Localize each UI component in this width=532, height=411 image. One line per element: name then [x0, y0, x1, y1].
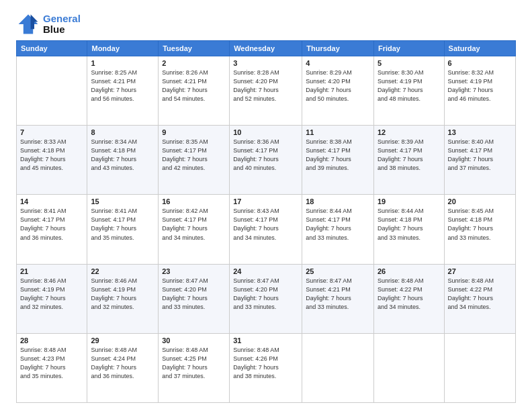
day-info: Sunrise: 8:47 AM Sunset: 4:20 PM Dayligh… [233, 277, 298, 312]
calendar-cell: 23Sunrise: 8:47 AM Sunset: 4:20 PM Dayli… [159, 264, 230, 333]
calendar-cell: 20Sunrise: 8:45 AM Sunset: 4:18 PM Dayli… [444, 195, 515, 264]
day-number: 28 [20, 336, 83, 345]
svg-marker-0 [19, 15, 38, 34]
day-number: 24 [233, 267, 298, 275]
day-number: 30 [162, 336, 226, 345]
calendar-cell: 26Sunrise: 8:48 AM Sunset: 4:22 PM Dayli… [373, 264, 444, 333]
day-info: Sunrise: 8:42 AM Sunset: 4:17 PM Dayligh… [162, 207, 226, 242]
calendar-cell: 6Sunrise: 8:32 AM Sunset: 4:19 PM Daylig… [444, 56, 515, 126]
calendar-cell: 3Sunrise: 8:28 AM Sunset: 4:20 PM Daylig… [230, 56, 302, 126]
calendar-cell: 15Sunrise: 8:41 AM Sunset: 4:17 PM Dayli… [87, 195, 159, 264]
calendar-cell: 31Sunrise: 8:48 AM Sunset: 4:26 PM Dayli… [230, 333, 302, 402]
col-header-thursday: Thursday [302, 41, 374, 56]
calendar-cell: 2Sunrise: 8:26 AM Sunset: 4:21 PM Daylig… [159, 56, 230, 126]
col-header-saturday: Saturday [444, 41, 515, 56]
logo-line2: Blue [43, 24, 81, 36]
day-info: Sunrise: 8:46 AM Sunset: 4:19 PM Dayligh… [20, 277, 83, 312]
col-header-sunday: Sunday [17, 41, 87, 56]
day-number: 19 [378, 197, 441, 205]
day-info: Sunrise: 8:26 AM Sunset: 4:21 PM Dayligh… [162, 68, 226, 103]
calendar-cell: 12Sunrise: 8:39 AM Sunset: 4:17 PM Dayli… [373, 126, 444, 195]
day-info: Sunrise: 8:35 AM Sunset: 4:17 PM Dayligh… [162, 138, 226, 173]
day-info: Sunrise: 8:30 AM Sunset: 4:19 PM Dayligh… [378, 68, 441, 103]
day-number: 21 [20, 267, 83, 275]
day-number: 23 [162, 267, 226, 275]
calendar-cell: 13Sunrise: 8:40 AM Sunset: 4:17 PM Dayli… [444, 126, 515, 195]
calendar-cell: 7Sunrise: 8:33 AM Sunset: 4:18 PM Daylig… [17, 126, 87, 195]
day-number: 5 [378, 59, 441, 67]
calendar-cell: 17Sunrise: 8:43 AM Sunset: 4:17 PM Dayli… [230, 195, 302, 264]
day-info: Sunrise: 8:46 AM Sunset: 4:19 PM Dayligh… [91, 277, 154, 312]
calendar-cell [373, 333, 444, 402]
day-info: Sunrise: 8:41 AM Sunset: 4:17 PM Dayligh… [20, 207, 83, 242]
day-info: Sunrise: 8:25 AM Sunset: 4:21 PM Dayligh… [91, 68, 154, 103]
day-info: Sunrise: 8:47 AM Sunset: 4:21 PM Dayligh… [306, 277, 370, 312]
day-info: Sunrise: 8:47 AM Sunset: 4:20 PM Dayligh… [162, 277, 226, 312]
calendar-cell: 4Sunrise: 8:29 AM Sunset: 4:20 PM Daylig… [302, 56, 374, 126]
day-number: 3 [233, 59, 298, 67]
day-number: 8 [91, 128, 154, 136]
day-info: Sunrise: 8:48 AM Sunset: 4:24 PM Dayligh… [91, 346, 154, 381]
calendar-cell: 25Sunrise: 8:47 AM Sunset: 4:21 PM Dayli… [302, 264, 374, 333]
day-number: 15 [91, 197, 154, 205]
day-info: Sunrise: 8:48 AM Sunset: 4:22 PM Dayligh… [378, 277, 441, 312]
logo-line1: General [43, 13, 81, 25]
col-header-tuesday: Tuesday [159, 41, 230, 56]
day-info: Sunrise: 8:33 AM Sunset: 4:18 PM Dayligh… [20, 138, 83, 173]
calendar-cell: 10Sunrise: 8:36 AM Sunset: 4:17 PM Dayli… [230, 126, 302, 195]
day-info: Sunrise: 8:28 AM Sunset: 4:20 PM Dayligh… [233, 68, 298, 103]
day-number: 10 [233, 128, 298, 136]
page: General Blue SundayMondayTuesdayWednesda… [0, 0, 532, 411]
calendar-cell: 8Sunrise: 8:34 AM Sunset: 4:18 PM Daylig… [87, 126, 159, 195]
day-number: 18 [306, 197, 370, 205]
logo: General Blue [16, 12, 81, 36]
day-info: Sunrise: 8:48 AM Sunset: 4:22 PM Dayligh… [448, 277, 512, 312]
calendar-body: 1Sunrise: 8:25 AM Sunset: 4:21 PM Daylig… [17, 56, 516, 403]
calendar-cell: 18Sunrise: 8:44 AM Sunset: 4:17 PM Dayli… [302, 195, 374, 264]
col-header-friday: Friday [373, 41, 444, 56]
calendar-header: SundayMondayTuesdayWednesdayThursdayFrid… [17, 41, 516, 56]
week-row-5: 28Sunrise: 8:48 AM Sunset: 4:23 PM Dayli… [17, 333, 516, 402]
day-info: Sunrise: 8:34 AM Sunset: 4:18 PM Dayligh… [91, 138, 154, 173]
calendar-cell: 19Sunrise: 8:44 AM Sunset: 4:18 PM Dayli… [373, 195, 444, 264]
day-number: 4 [306, 59, 370, 67]
calendar-cell: 30Sunrise: 8:48 AM Sunset: 4:25 PM Dayli… [159, 333, 230, 402]
calendar-cell: 22Sunrise: 8:46 AM Sunset: 4:19 PM Dayli… [87, 264, 159, 333]
calendar-cell: 21Sunrise: 8:46 AM Sunset: 4:19 PM Dayli… [17, 264, 87, 333]
day-info: Sunrise: 8:43 AM Sunset: 4:17 PM Dayligh… [233, 207, 298, 242]
day-info: Sunrise: 8:44 AM Sunset: 4:18 PM Dayligh… [378, 207, 441, 242]
calendar-cell [444, 333, 515, 402]
calendar-cell: 27Sunrise: 8:48 AM Sunset: 4:22 PM Dayli… [444, 264, 515, 333]
day-info: Sunrise: 8:41 AM Sunset: 4:17 PM Dayligh… [91, 207, 154, 242]
col-header-wednesday: Wednesday [230, 41, 302, 56]
day-info: Sunrise: 8:45 AM Sunset: 4:18 PM Dayligh… [448, 207, 512, 242]
logo-icon [16, 12, 40, 36]
week-row-2: 7Sunrise: 8:33 AM Sunset: 4:18 PM Daylig… [17, 126, 516, 195]
day-number: 31 [233, 336, 298, 345]
day-number: 1 [91, 59, 154, 67]
calendar-cell: 11Sunrise: 8:38 AM Sunset: 4:17 PM Dayli… [302, 126, 374, 195]
day-info: Sunrise: 8:44 AM Sunset: 4:17 PM Dayligh… [306, 207, 370, 242]
day-number: 12 [378, 128, 441, 136]
calendar-cell: 16Sunrise: 8:42 AM Sunset: 4:17 PM Dayli… [159, 195, 230, 264]
day-info: Sunrise: 8:29 AM Sunset: 4:20 PM Dayligh… [306, 68, 370, 103]
calendar-cell: 14Sunrise: 8:41 AM Sunset: 4:17 PM Dayli… [17, 195, 87, 264]
day-info: Sunrise: 8:48 AM Sunset: 4:26 PM Dayligh… [233, 346, 298, 381]
day-info: Sunrise: 8:32 AM Sunset: 4:19 PM Dayligh… [448, 68, 512, 103]
calendar-cell: 5Sunrise: 8:30 AM Sunset: 4:19 PM Daylig… [373, 56, 444, 126]
week-row-1: 1Sunrise: 8:25 AM Sunset: 4:21 PM Daylig… [17, 56, 516, 126]
calendar-cell: 9Sunrise: 8:35 AM Sunset: 4:17 PM Daylig… [159, 126, 230, 195]
day-info: Sunrise: 8:39 AM Sunset: 4:17 PM Dayligh… [378, 138, 441, 173]
svg-marker-1 [31, 15, 38, 30]
calendar-cell: 24Sunrise: 8:47 AM Sunset: 4:20 PM Dayli… [230, 264, 302, 333]
calendar: SundayMondayTuesdayWednesdayThursdayFrid… [16, 40, 516, 403]
calendar-cell: 28Sunrise: 8:48 AM Sunset: 4:23 PM Dayli… [17, 333, 87, 402]
calendar-cell: 29Sunrise: 8:48 AM Sunset: 4:24 PM Dayli… [87, 333, 159, 402]
day-number: 22 [91, 267, 154, 275]
header-row: SundayMondayTuesdayWednesdayThursdayFrid… [17, 41, 516, 56]
day-number: 16 [162, 197, 226, 205]
day-number: 7 [20, 128, 83, 136]
day-number: 20 [448, 197, 512, 205]
day-info: Sunrise: 8:48 AM Sunset: 4:25 PM Dayligh… [162, 346, 226, 381]
day-info: Sunrise: 8:40 AM Sunset: 4:17 PM Dayligh… [448, 138, 512, 173]
